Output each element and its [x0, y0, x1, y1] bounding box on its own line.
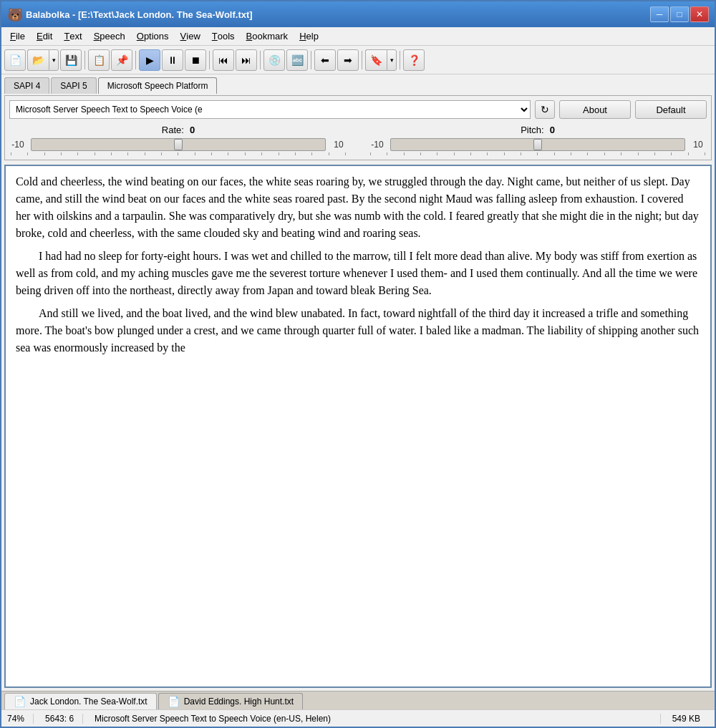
- pause-button[interactable]: ⏸: [162, 49, 183, 71]
- rate-slider-group: Rate: 0 -10 10: [9, 125, 347, 155]
- voice-default-button[interactable]: Default: [635, 100, 707, 119]
- bookmark-menu-button[interactable]: ▾: [387, 49, 397, 71]
- menu-file[interactable]: File: [4, 29, 31, 44]
- title-bar-left: 🐻 Balabolka - [E:\Text\Jack London. The …: [7, 7, 253, 21]
- toolbar: 📄 📂 ▾ 💾 📋 📌 ▶ ⏸ ⏹ ⏮ ⏭ 💿 🔤 ⬅ ➡ 🔖 ▾ ❓: [1, 46, 715, 74]
- menu-options[interactable]: Options: [131, 29, 175, 44]
- pitch-range-row: -10 10: [369, 138, 707, 151]
- export-button[interactable]: 💿: [263, 49, 285, 71]
- help-button[interactable]: ❓: [403, 49, 425, 71]
- tab-doc-icon-2: 📄: [168, 696, 180, 707]
- bookmark-dropdown: 🔖 ▾: [365, 49, 397, 71]
- separator-2: [135, 51, 136, 69]
- bottom-tab-high-hunt[interactable]: 📄 David Eddings. High Hunt.txt: [158, 693, 303, 709]
- main-window: 🐻 Balabolka - [E:\Text\Jack London. The …: [0, 0, 716, 728]
- filesize-value: 549 KB: [672, 714, 700, 724]
- bottom-tabs: 📄 Jack London. The Sea-Wolf.txt 📄 David …: [1, 691, 715, 709]
- voice-tabs: SAPI 4 SAPI 5 Microsoft Speech Platform: [1, 74, 715, 94]
- voice-settings-panel: Microsoft Server Speech Text to Speech V…: [4, 95, 712, 160]
- window-controls: ─ □ ✕: [650, 6, 709, 22]
- open-dropdown: 📂 ▾: [27, 49, 59, 71]
- rate-label-row: Rate: 0: [162, 125, 195, 135]
- close-button[interactable]: ✕: [690, 6, 709, 22]
- open-arrow-button[interactable]: ▾: [49, 49, 59, 71]
- paste-text-button[interactable]: 📌: [111, 49, 132, 71]
- bookmark-add-button[interactable]: 🔖: [365, 49, 387, 71]
- separator-3: [209, 51, 210, 69]
- voice-about-button[interactable]: About: [559, 100, 631, 119]
- status-position: 5643: 6: [45, 714, 83, 724]
- rate-track[interactable]: [31, 138, 326, 151]
- tab-sapi5[interactable]: SAPI 5: [51, 77, 96, 94]
- save-button[interactable]: 💾: [60, 49, 82, 71]
- menu-view[interactable]: View: [175, 29, 206, 44]
- rate-range-row: -10 10: [9, 138, 347, 151]
- rate-max: 10: [330, 140, 347, 150]
- status-zoom: 74%: [7, 714, 34, 724]
- rate-thumb[interactable]: [174, 139, 183, 150]
- title-bar: 🐻 Balabolka - [E:\Text\Jack London. The …: [1, 1, 715, 27]
- menu-help[interactable]: Help: [294, 29, 324, 44]
- position-value: 5643: 6: [45, 714, 74, 724]
- menu-bar: File Edit Text Speech Options View Tools…: [1, 27, 715, 46]
- menu-speech[interactable]: Speech: [88, 29, 131, 44]
- status-bar: 74% 5643: 6 Microsoft Server Speech Text…: [1, 709, 715, 727]
- separator-1: [84, 51, 85, 69]
- find-button[interactable]: 🔤: [286, 49, 308, 71]
- zoom-value: 74%: [7, 714, 24, 724]
- skip-fwd-button[interactable]: ⏭: [236, 49, 257, 71]
- minimize-button[interactable]: ─: [650, 6, 669, 22]
- stop-button[interactable]: ⏹: [185, 49, 206, 71]
- status-filesize: 549 KB: [672, 714, 709, 724]
- text-paragraph-3: And still we lived, and the boat lived, …: [16, 305, 700, 356]
- text-area-container: Cold and cheerless, the wind beating on …: [4, 165, 712, 688]
- separator-4: [260, 51, 261, 69]
- menu-text[interactable]: Text: [58, 29, 87, 44]
- separator-6: [362, 51, 362, 69]
- pitch-max: 10: [690, 140, 707, 150]
- new-button[interactable]: 📄: [4, 49, 26, 71]
- voice-status-value: Microsoft Server Speech Text to Speech V…: [95, 714, 331, 724]
- voice-dropdown[interactable]: Microsoft Server Speech Text to Speech V…: [9, 100, 531, 119]
- app-icon: 🐻: [7, 7, 21, 21]
- rate-value: 0: [190, 125, 195, 135]
- rate-ticks: [9, 152, 347, 155]
- pitch-ticks: [369, 152, 707, 155]
- bottom-tab-label-1: Jack London. The Sea-Wolf.txt: [30, 697, 147, 707]
- pitch-label-row: Pitch: 0: [521, 125, 555, 135]
- copy-text-button[interactable]: 📋: [88, 49, 110, 71]
- bottom-tab-label-2: David Eddings. High Hunt.txt: [184, 697, 294, 707]
- pitch-thumb[interactable]: [533, 139, 542, 150]
- pitch-slider-group: Pitch: 0 -10 10: [369, 125, 707, 155]
- menu-bookmark[interactable]: Bookmark: [241, 29, 294, 44]
- play-button[interactable]: ▶: [139, 49, 160, 71]
- text-paragraph-1: Cold and cheerless, the wind beating on …: [16, 173, 700, 242]
- separator-7: [400, 51, 400, 69]
- pitch-label: Pitch:: [521, 125, 544, 135]
- status-voice: Microsoft Server Speech Text to Speech V…: [95, 714, 661, 724]
- voice-select-row: Microsoft Server Speech Text to Speech V…: [9, 100, 707, 119]
- voice-next-button[interactable]: ➡: [337, 49, 359, 71]
- pitch-value: 0: [550, 125, 555, 135]
- menu-tools[interactable]: Tools: [206, 29, 241, 44]
- voice-prev-button[interactable]: ⬅: [314, 49, 336, 71]
- rate-min: -10: [9, 140, 26, 150]
- pitch-track[interactable]: [390, 138, 685, 151]
- menu-edit[interactable]: Edit: [31, 29, 58, 44]
- voice-refresh-button[interactable]: ↻: [535, 100, 555, 119]
- open-button[interactable]: 📂: [27, 49, 49, 71]
- restore-button[interactable]: □: [670, 6, 689, 22]
- text-content[interactable]: Cold and cheerless, the wind beating on …: [6, 166, 710, 686]
- sliders-row: Rate: 0 -10 10: [9, 125, 707, 155]
- tab-sapi4[interactable]: SAPI 4: [4, 77, 49, 94]
- tab-msp[interactable]: Microsoft Speech Platform: [98, 77, 218, 94]
- separator-5: [311, 51, 311, 69]
- text-paragraph-2: I had had no sleep for forty-eight hours…: [16, 248, 700, 299]
- window-title: Balabolka - [E:\Text\Jack London. The Se…: [26, 9, 253, 20]
- skip-back-button[interactable]: ⏮: [213, 49, 234, 71]
- bottom-tab-sea-wolf[interactable]: 📄 Jack London. The Sea-Wolf.txt: [4, 693, 157, 709]
- rate-label: Rate:: [162, 125, 184, 135]
- pitch-min: -10: [369, 140, 386, 150]
- tab-doc-icon-1: 📄: [14, 696, 26, 707]
